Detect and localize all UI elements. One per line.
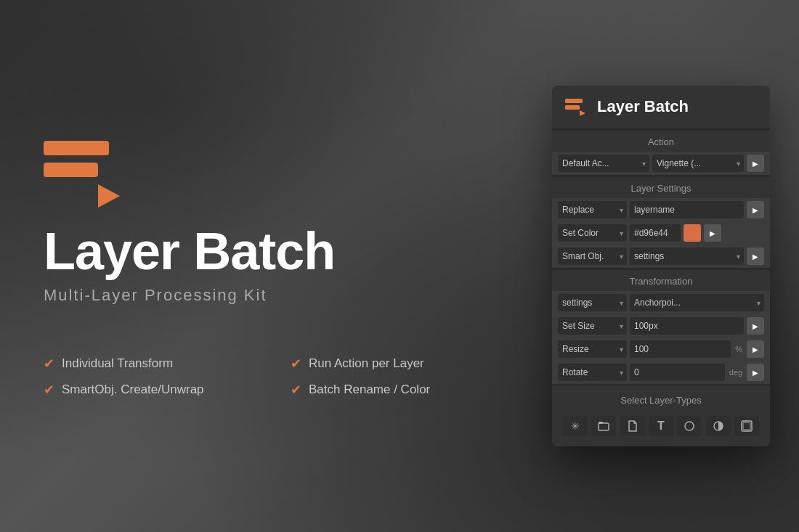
feature-run-action: ✔ Run Action per Layer — [291, 356, 508, 372]
panel-title: Layer Batch — [597, 97, 689, 116]
layer-type-all-button[interactable]: ✳ — [563, 416, 588, 436]
layer-type-text-button[interactable]: T — [649, 416, 673, 436]
rotate-run-button[interactable]: ▶ — [747, 364, 764, 381]
rename-run-button[interactable]: ▶ — [747, 201, 764, 218]
anchor-select-wrapper[interactable]: Anchorpoi... — [630, 294, 764, 311]
layer-type-adjustment-button[interactable] — [706, 416, 731, 436]
svg-rect-0 — [44, 141, 109, 155]
smartobj-select-wrapper[interactable]: Smart Obj. — [558, 247, 627, 265]
action-set-select[interactable]: Default Ac... — [558, 155, 649, 172]
layer-type-shape-button[interactable] — [677, 416, 702, 436]
svg-rect-4 — [565, 105, 580, 110]
logo-icon — [44, 135, 131, 208]
setsize-input[interactable] — [630, 317, 744, 335]
action-select[interactable]: Vignette (... — [652, 155, 744, 172]
svg-marker-2 — [98, 184, 120, 208]
layer-type-smartobj-button[interactable] — [734, 416, 759, 436]
color-select[interactable]: Set Color — [558, 224, 627, 242]
smartobj-option-select-wrapper[interactable]: settings — [630, 247, 744, 265]
resize-run-button[interactable]: ▶ — [747, 340, 764, 358]
svg-point-8 — [685, 422, 694, 430]
layer-type-group-button[interactable] — [591, 416, 616, 436]
setsize-select-wrapper[interactable]: Set Size — [558, 317, 627, 335]
features-list: ✔ Individual Transform ✔ Run Action per … — [44, 356, 508, 398]
resize-unit: % — [734, 345, 744, 353]
setsize-select[interactable]: Set Size — [558, 317, 627, 335]
action-run-button[interactable]: ▶ — [747, 155, 764, 172]
layer-type-icons-row: ✳ T — [558, 412, 764, 441]
left-panel: Layer Batch Multi-Layer Processing Kit ✔… — [0, 106, 552, 427]
smartobj-option-select[interactable]: settings — [630, 247, 744, 265]
rotate-select[interactable]: Rotate — [558, 364, 627, 381]
rotate-input[interactable] — [630, 364, 725, 381]
action-select-wrapper[interactable]: Vignette (... — [652, 155, 744, 172]
color-select-wrapper[interactable]: Set Color — [558, 224, 627, 242]
svg-rect-1 — [44, 163, 98, 177]
rotate-unit: deg — [728, 368, 744, 377]
rename-row: Replace ▶ — [552, 198, 770, 221]
color-swatch[interactable] — [684, 224, 701, 242]
layer-type-file-button[interactable] — [620, 416, 645, 436]
color-row: Set Color ▶ — [552, 221, 770, 245]
svg-marker-5 — [580, 110, 585, 116]
feature-label: SmartObj. Create/Unwrap — [62, 382, 204, 397]
plugin-panel: Layer Batch Action Default Ac... Vignett… — [552, 86, 770, 446]
anchor-row: settings Anchorpoi... — [552, 291, 770, 314]
color-run-button[interactable]: ▶ — [704, 224, 721, 242]
feature-batch-rename: ✔ Batch Rename / Color — [291, 382, 508, 398]
panel-header: Layer Batch — [552, 86, 770, 128]
app-subtitle: Multi-Layer Processing Kit — [44, 286, 508, 305]
transform-settings-select-wrapper[interactable]: settings — [558, 294, 627, 311]
section-transformation-label: Transformation — [552, 270, 770, 291]
resize-select-wrapper[interactable]: Resize — [558, 340, 627, 358]
smartobj-row: Smart Obj. settings ▶ — [552, 245, 770, 268]
resize-row: Resize % ▶ — [552, 337, 770, 361]
feature-label: Individual Transform — [62, 356, 173, 371]
svg-rect-3 — [565, 99, 583, 103]
section-layer-settings-label: Layer Settings — [552, 177, 770, 198]
section-layer-types-label: Select Layer-Types — [558, 392, 764, 412]
action-set-select-wrapper[interactable]: Default Ac... — [558, 155, 649, 172]
layer-types-section: Select Layer-Types ✳ T — [552, 386, 770, 446]
feature-label: Run Action per Layer — [309, 356, 424, 371]
resize-input[interactable] — [630, 340, 731, 358]
feature-label: Batch Rename / Color — [309, 382, 430, 397]
svg-rect-6 — [599, 423, 609, 430]
svg-rect-7 — [599, 422, 603, 424]
feature-smartobj: ✔ SmartObj. Create/Unwrap — [44, 382, 261, 398]
section-action-label: Action — [552, 131, 770, 152]
rotate-select-wrapper[interactable]: Rotate — [558, 364, 627, 381]
feature-individual-transform: ✔ Individual Transform — [44, 356, 261, 372]
anchor-select[interactable]: Anchorpoi... — [630, 294, 764, 311]
svg-rect-11 — [743, 422, 750, 430]
header-logo-icon — [565, 97, 588, 116]
check-icon: ✔ — [291, 382, 301, 398]
logo-area: Layer Batch Multi-Layer Processing Kit — [44, 135, 508, 341]
action-row: Default Ac... Vignette (... ▶ — [552, 152, 770, 175]
app-title: Layer Batch — [44, 225, 508, 277]
check-icon: ✔ — [291, 356, 301, 372]
check-icon: ✔ — [44, 356, 54, 372]
check-icon: ✔ — [44, 382, 54, 398]
rename-select[interactable]: Replace — [558, 201, 627, 218]
transform-settings-select[interactable]: settings — [558, 294, 627, 311]
setsize-run-button[interactable]: ▶ — [747, 317, 764, 335]
rename-select-wrapper[interactable]: Replace — [558, 201, 627, 218]
rotate-row: Rotate deg ▶ — [552, 361, 770, 384]
color-hex-input[interactable] — [630, 224, 681, 242]
smartobj-select[interactable]: Smart Obj. — [558, 247, 627, 265]
setsize-row: Set Size ▶ — [552, 314, 770, 337]
smartobj-run-button[interactable]: ▶ — [747, 247, 764, 265]
rename-input[interactable] — [630, 201, 744, 218]
resize-select[interactable]: Resize — [558, 340, 627, 358]
